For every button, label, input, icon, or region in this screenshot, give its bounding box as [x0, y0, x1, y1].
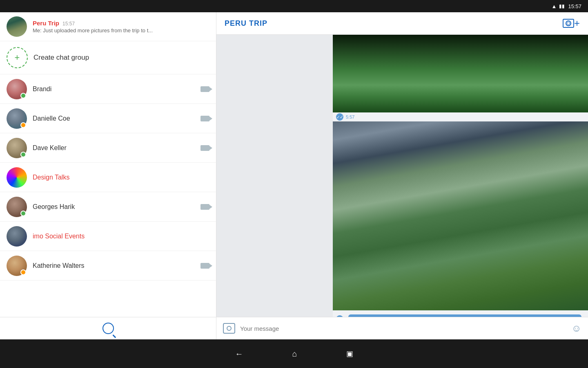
- message-input[interactable]: [240, 325, 571, 332]
- katherine-video-btn[interactable]: [200, 263, 209, 269]
- contact-item-danielle[interactable]: Danielle Coe: [0, 104, 216, 133]
- chat-title: PERU TRIP: [225, 19, 563, 28]
- chat-header: PERU TRIP +: [216, 12, 588, 35]
- chat-left-area: [216, 35, 333, 339]
- georges-video-btn[interactable]: [200, 204, 209, 210]
- peru-trip-item[interactable]: Peru Trip 15:57 Me: Just uploaded more p…: [0, 12, 216, 41]
- katherine-name: Katherine Walters: [33, 262, 200, 269]
- contact-avatar-wrap: [7, 79, 27, 99]
- app-container: Peru Trip 15:57 Me: Just uploaded more p…: [0, 12, 588, 352]
- message-check-row-1: ✓ 5:57: [333, 112, 588, 121]
- katherine-status-dot: [20, 269, 26, 275]
- dave-status-dot: [20, 152, 26, 157]
- danielle-status-dot: [20, 122, 26, 128]
- peru-trip-name: Peru Trip: [33, 20, 59, 27]
- peru-trip-content: Peru Trip 15:57 Me: Just uploaded more p…: [33, 20, 209, 34]
- camera-lens: [227, 326, 232, 331]
- left-search-bar[interactable]: [0, 317, 216, 339]
- message-image-2[interactable]: [333, 121, 588, 310]
- back-button[interactable]: ←: [235, 349, 243, 359]
- contact-item-design-talks[interactable]: Design Talks: [0, 163, 216, 192]
- video-camera-icon: [200, 145, 209, 151]
- chat-input-bar: ☺: [216, 317, 588, 339]
- photo-gallery-icon[interactable]: [563, 19, 574, 28]
- contact-item-imo[interactable]: imo Social Events: [0, 222, 216, 251]
- contact-avatar-wrap: [7, 167, 27, 188]
- video-camera-icon: [200, 86, 209, 92]
- status-icons: ▲ ▮▮: [552, 3, 565, 9]
- contact-avatar-wrap: [7, 138, 27, 158]
- peru-trip-message: Me: Just uploaded more pictures from the…: [33, 27, 188, 34]
- mountain-image: [333, 121, 588, 310]
- peru-trip-header: Peru Trip 15:57: [33, 20, 209, 27]
- brandi-name: Brandi: [33, 85, 200, 93]
- right-panel: PERU TRIP + ✓ 5:57: [216, 12, 588, 339]
- contact-avatar-wrap: [7, 256, 27, 276]
- dave-video-btn[interactable]: [200, 145, 209, 151]
- home-button[interactable]: ⌂: [292, 349, 297, 359]
- brandi-video-btn[interactable]: [200, 86, 209, 92]
- imo-name: imo Social Events: [33, 233, 209, 240]
- status-bar: ▲ ▮▮ 15:57: [0, 0, 588, 12]
- georges-status-dot: [20, 211, 26, 216]
- contact-item-katherine[interactable]: Katherine Walters: [0, 251, 216, 280]
- message-check-1: ✓: [336, 113, 343, 121]
- brandi-status-dot: [20, 93, 26, 99]
- recents-button[interactable]: ▣: [346, 349, 353, 358]
- danielle-video-btn[interactable]: [200, 116, 209, 121]
- message-image-1[interactable]: [333, 35, 588, 112]
- dave-name: Dave Keller: [33, 144, 200, 152]
- battery-icon: ▮▮: [559, 3, 565, 9]
- peru-trip-avatar: [7, 16, 27, 37]
- add-icon[interactable]: +: [574, 18, 580, 29]
- contact-avatar-wrap: [7, 197, 27, 217]
- contact-avatar-wrap: [7, 108, 27, 129]
- peru-trip-time: 15:57: [62, 21, 75, 27]
- contact-avatar-wrap: [7, 226, 27, 247]
- left-panel: Peru Trip 15:57 Me: Just uploaded more p…: [0, 12, 216, 339]
- message-timestamp-1: 5:57: [346, 114, 354, 119]
- danielle-name: Danielle Coe: [33, 115, 200, 122]
- design-talks-avatar: [7, 167, 27, 188]
- imo-avatar: [7, 226, 27, 247]
- chat-messages-area: ✓ 5:57 ✓ 15:57 Just uploaded more pictur…: [216, 35, 588, 339]
- georges-name: Georges Harik: [33, 203, 200, 211]
- design-talks-name: Design Talks: [33, 174, 209, 181]
- nav-bar: ← ⌂ ▣: [0, 339, 588, 368]
- video-camera-icon: [200, 263, 209, 269]
- contact-item-dave[interactable]: Dave Keller: [0, 133, 216, 163]
- wifi-icon: ▲: [552, 3, 557, 9]
- create-group-label: Create chat group: [33, 54, 89, 62]
- search-icon[interactable]: [102, 323, 114, 334]
- video-camera-icon: [200, 116, 209, 121]
- status-time: 15:57: [568, 3, 581, 9]
- peru-trip-avatar-img: [7, 16, 27, 37]
- chat-right-area: ✓ 5:57 ✓ 15:57 Just uploaded more pictur…: [333, 35, 588, 339]
- contact-item-georges[interactable]: Georges Harik: [0, 192, 216, 222]
- camera-icon[interactable]: [223, 323, 235, 334]
- contact-item-brandi[interactable]: Brandi: [0, 74, 216, 104]
- create-group-avatar: +: [7, 47, 28, 68]
- camera-lens-icon: [567, 22, 570, 25]
- video-camera-icon: [200, 204, 209, 210]
- landscape-image: [333, 35, 588, 112]
- create-group-item[interactable]: + Create chat group: [0, 41, 216, 74]
- emoji-icon[interactable]: ☺: [571, 323, 581, 334]
- create-group-plus-icon: +: [15, 53, 20, 62]
